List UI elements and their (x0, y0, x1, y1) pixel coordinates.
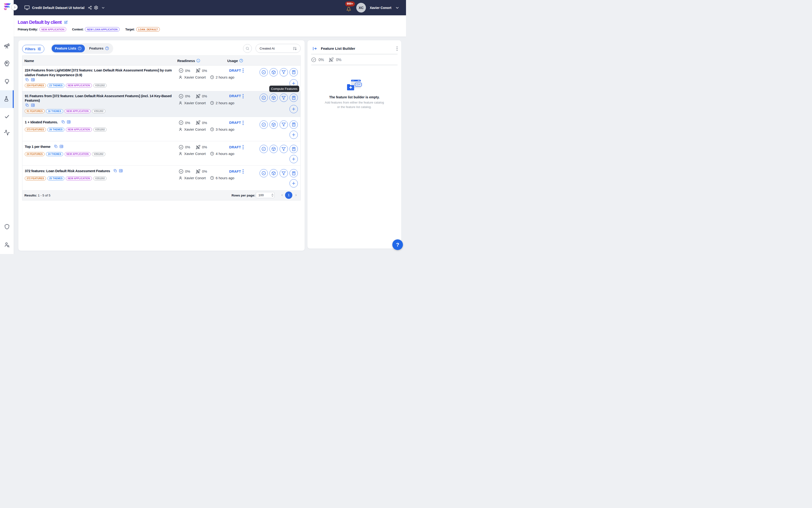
svg-text:</>: </> (356, 83, 359, 86)
